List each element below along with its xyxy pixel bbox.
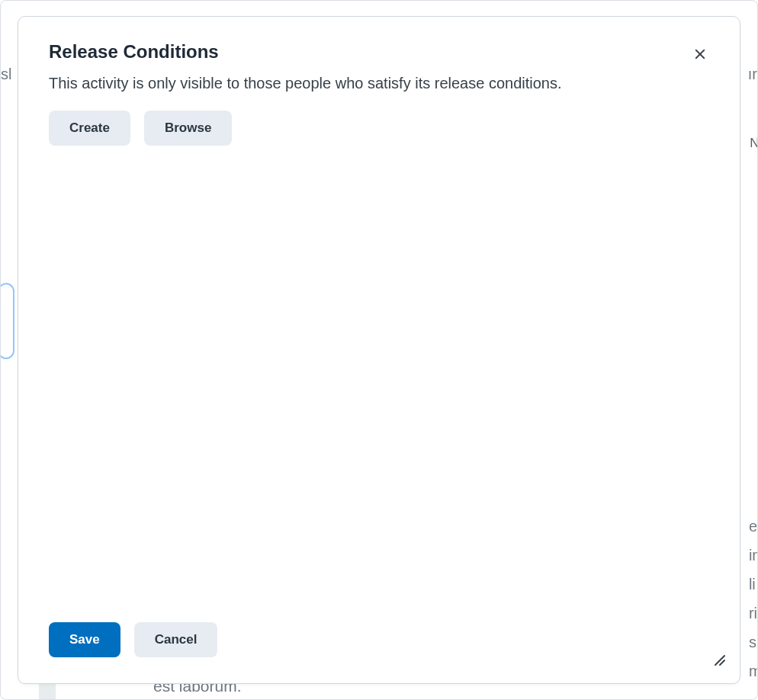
condition-actions-row: Create Browse [18, 94, 740, 146]
background-pill-fragment [0, 283, 14, 359]
release-conditions-dialog: Release Conditions This activity is only… [18, 16, 740, 684]
dialog-description: This activity is only visible to those p… [18, 63, 740, 94]
close-icon [693, 47, 707, 63]
resize-handle[interactable] [705, 648, 726, 669]
create-button[interactable]: Create [49, 111, 130, 146]
background-text-fragment: Ne [750, 132, 758, 156]
svg-line-2 [715, 656, 724, 665]
cancel-button[interactable]: Cancel [134, 622, 218, 657]
dialog-footer: Save Cancel [18, 622, 740, 683]
dialog-header: Release Conditions [18, 17, 740, 63]
dialog-body-spacer [18, 146, 740, 622]
svg-line-3 [720, 660, 724, 665]
resize-icon [711, 651, 726, 669]
close-button[interactable] [686, 41, 714, 69]
dialog-title: Release Conditions [49, 41, 709, 63]
background-text-fragment: ırs [748, 60, 758, 88]
save-button[interactable]: Save [49, 622, 120, 657]
background-text-fragment: ssl [0, 60, 11, 88]
browse-button[interactable]: Browse [144, 111, 232, 146]
background-text-fragment: ec in li rit s m [749, 512, 758, 686]
